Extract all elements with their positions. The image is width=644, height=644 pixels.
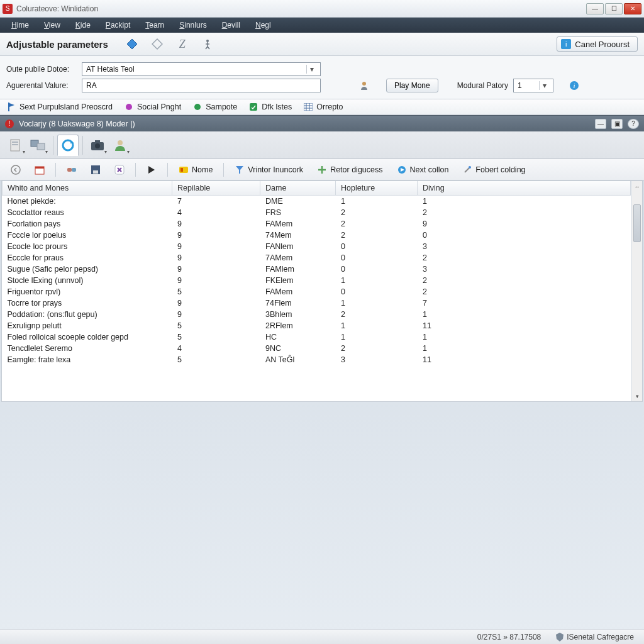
menu-hime[interactable]: Hime	[5, 19, 35, 31]
calendar-button[interactable]	[29, 162, 50, 177]
italic-z-icon[interactable]: Z	[176, 38, 189, 50]
table-row[interactable]: Tencdlelet Seremo49NC21	[3, 343, 631, 354]
vertical-scrollbar[interactable]: ↔ ▾	[631, 181, 642, 401]
column-header[interactable]: Hopleture	[336, 181, 418, 196]
tool-refresh-icon[interactable]	[57, 135, 79, 156]
table-cell: 1	[336, 275, 418, 286]
table-row[interactable]: Ecccle for praus97AMem02	[3, 252, 631, 264]
badge-icon	[179, 165, 189, 175]
scrollbar-thumb[interactable]	[633, 204, 641, 242]
dotoe-select[interactable]: AT Hetais Teol ▾	[82, 62, 321, 76]
table-row[interactable]: Tocrre tor prays974Flem17	[3, 297, 631, 309]
table-cell: 74Flem	[260, 297, 336, 309]
column-header[interactable]: Diving	[418, 181, 631, 196]
svg-point-2	[206, 40, 209, 42]
link-icon	[248, 102, 258, 112]
table-cell: 0	[336, 286, 418, 297]
forward-button[interactable]	[141, 162, 162, 177]
table-cell: FRS	[260, 207, 336, 218]
tool-screens-icon[interactable]: ▾	[28, 135, 49, 156]
tool-user-green-icon[interactable]: ▾	[109, 135, 131, 156]
link-social-pnght[interactable]: Social Pnght	[124, 102, 181, 112]
user-globe-icon[interactable]	[358, 80, 370, 91]
section-minimize-button[interactable]: —	[595, 119, 606, 129]
tool-camera-icon[interactable]: ▾	[87, 135, 108, 156]
table-cell: 9	[172, 241, 260, 252]
data-table-wrapper: Whito and MonesRepilableDameHopletureDiv…	[1, 180, 643, 402]
menu-negl[interactable]: Negl	[249, 19, 277, 31]
svg-rect-15	[12, 142, 18, 143]
minimize-button[interactable]: —	[586, 3, 604, 14]
column-header[interactable]: Dame	[260, 181, 336, 196]
table-row[interactable]: Fcccle lor poeius974Mem20	[3, 230, 631, 241]
table-cell: 2RFlem	[260, 320, 336, 331]
scroll-down-icon[interactable]: ▾	[632, 391, 642, 401]
menu-kide[interactable]: Kide	[69, 19, 97, 31]
toolbar-separator	[53, 136, 53, 155]
shield-icon	[556, 633, 564, 641]
next-collon-button[interactable]: Next collon	[391, 162, 455, 177]
menu-tearn[interactable]: Tearn	[139, 19, 170, 31]
info-icon[interactable]: i	[569, 80, 580, 91]
table-row[interactable]: Honet piekde:7DME11	[3, 196, 631, 208]
diamond-blue-icon[interactable]	[126, 38, 138, 50]
dotoe-label: Oute pubile Dotoe:	[6, 65, 77, 74]
table-cell: FANlem	[260, 241, 336, 252]
calendar-icon	[35, 165, 45, 175]
link-orrepto[interactable]: Orrepto	[303, 102, 343, 112]
tool-doc-icon[interactable]: ▾	[5, 135, 26, 156]
link-button[interactable]	[61, 162, 82, 177]
valure-input[interactable]	[82, 79, 321, 92]
table-row[interactable]: Friguentor rpvl)5FAMem02	[3, 286, 631, 297]
link-dfk-lstes[interactable]: Dfk lstes	[248, 102, 292, 112]
patory-select[interactable]: 1 ▾	[513, 79, 553, 92]
figure-icon[interactable]	[201, 38, 214, 50]
play-mone-button[interactable]: Play Mone	[386, 79, 438, 92]
status-position: 0/27S1 » 87.17508	[477, 633, 541, 641]
table-row[interactable]: Foled rolloical scoeple colder gepd5HC11	[3, 331, 631, 343]
menu-sinnlurs[interactable]: Sinnlurs	[173, 19, 213, 31]
svg-rect-23	[95, 140, 100, 143]
table-cell: 3	[336, 354, 418, 365]
retor-button[interactable]: Retor digucess	[311, 162, 388, 177]
diamond-outline-icon[interactable]	[151, 38, 164, 50]
svg-point-22	[95, 143, 100, 148]
patory-label: Modural Patory	[457, 81, 508, 90]
table-row[interactable]: Scoclattor reaus4FRS22	[3, 207, 631, 218]
close-button[interactable]: ✕	[624, 3, 641, 14]
table-cell: 2	[418, 275, 631, 286]
link-sext-purpulsland-preoscrd[interactable]: Sext Purpulsland Preoscrd	[6, 102, 113, 112]
disk-button[interactable]	[85, 162, 106, 177]
section-help-button[interactable]: ?	[628, 119, 639, 129]
section-popout-button[interactable]: ▣	[611, 119, 623, 129]
cancel-process-button[interactable]: i Canel Proourst	[557, 36, 638, 52]
table-row[interactable]: Ecocle loc prours9FANlem03	[3, 241, 631, 252]
table-cell: 74Mem	[260, 230, 336, 241]
delete-x-button[interactable]	[109, 162, 130, 177]
menu-view[interactable]: View	[38, 19, 67, 31]
table-cell: 9	[172, 297, 260, 309]
svg-rect-18	[37, 143, 45, 150]
table-cell: 9	[172, 275, 260, 286]
alert-icon: !	[5, 119, 14, 128]
vrintor-button[interactable]: Vrintor Inuncork	[229, 162, 309, 177]
fobert-button[interactable]: Fobert colding	[457, 162, 531, 177]
column-options-icon[interactable]: ↔	[632, 181, 642, 192]
maximize-button[interactable]: ☐	[605, 3, 623, 14]
svg-rect-27	[35, 167, 44, 169]
table-row[interactable]: Fcorlation pays9FAMem29	[3, 218, 631, 230]
nome-button[interactable]: Nome	[173, 162, 218, 177]
column-header[interactable]: Repilable	[172, 181, 260, 196]
link-sampote[interactable]: Sampote	[192, 102, 237, 112]
table-cell: Fcorlation pays	[3, 218, 172, 230]
menu-packipt[interactable]: Packipt	[99, 19, 136, 31]
table-row[interactable]: Stocle lExing (unnvol)9FKElem12	[3, 275, 631, 286]
back-button[interactable]	[5, 162, 26, 177]
menu-devill[interactable]: Devill	[216, 19, 247, 31]
column-header[interactable]: Whito and Mones	[3, 181, 172, 196]
link-label: Sext Purpulsland Preoscrd	[19, 103, 113, 111]
table-row[interactable]: Poddation: (ons:flut gepu)93Bhlem21	[3, 309, 631, 320]
table-row[interactable]: Sugue (Safic pelor pepsd)9FAMlem03	[3, 264, 631, 275]
table-row[interactable]: Exrulignp pelutt52RFlem111	[3, 320, 631, 331]
table-row[interactable]: Eamgle: frate lexa5AN TeĜl311	[3, 354, 631, 365]
